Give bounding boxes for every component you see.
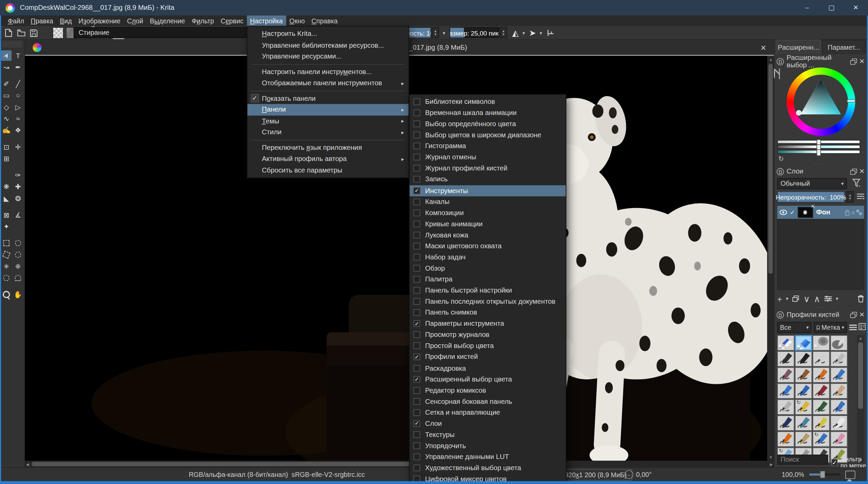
tool-ellipse-icon[interactable]: ○	[13, 90, 23, 101]
panels-submenu-item[interactable]: Маски цветового охвата	[410, 240, 566, 252]
tool-freehand-path-icon[interactable]: ≈	[13, 113, 23, 124]
tool-bezier-select-icon[interactable]	[1, 273, 12, 283]
panels-submenu-item[interactable]: Выбор цветов в широком диапазоне	[410, 130, 566, 141]
panels-submenu-item[interactable]: Гистограмма	[410, 141, 566, 152]
float-docker-icon[interactable]	[850, 59, 856, 64]
panels-submenu-item[interactable]: Просмотр журналов	[410, 329, 566, 340]
tool-magnetic-select-icon[interactable]	[13, 273, 23, 283]
brush-preset-25[interactable]	[777, 431, 795, 447]
close-docker-icon[interactable]: ✕	[859, 167, 865, 175]
panels-submenu-item[interactable]: ✓Профили кистей	[410, 351, 566, 363]
panels-submenu-item[interactable]: Простой выбор цвета	[410, 340, 566, 351]
menu-item[interactable]: Стили▸	[247, 126, 409, 138]
size-spinner[interactable]: ▴▾	[500, 27, 507, 38]
blend-mode-select[interactable]: Обычный ▾	[777, 178, 847, 189]
panel-checkbox[interactable]	[413, 398, 420, 405]
brush-preset-11[interactable]	[812, 367, 830, 383]
panel-checkbox[interactable]	[413, 343, 420, 349]
panel-checkbox[interactable]	[413, 232, 420, 238]
panel-checkbox[interactable]	[413, 254, 420, 260]
maximize-button[interactable]: ▢	[819, 0, 844, 16]
panels-submenu-item[interactable]: Текстуры	[410, 429, 566, 440]
menubar-item-Настройка[interactable]: Настройка	[247, 16, 286, 26]
tool-polygon-select-icon[interactable]	[1, 249, 12, 260]
layer-properties-button[interactable]	[824, 295, 832, 302]
brush-preset-19[interactable]	[812, 399, 830, 415]
tool-move-icon[interactable]: ✛	[13, 142, 23, 152]
menu-item[interactable]: Темы▸	[247, 115, 409, 127]
panels-submenu-item[interactable]: Луковая кожа	[410, 229, 566, 240]
brush-preset-15[interactable]	[812, 383, 830, 399]
mirror-vertical-dropdown-icon[interactable]: ▾	[521, 28, 526, 38]
tool-enclose-fill-icon[interactable]: ❂	[13, 193, 23, 204]
lock-icon[interactable]	[777, 58, 784, 65]
docker-grip[interactable]: ······	[775, 306, 867, 309]
panels-submenu-item[interactable]: Каналы	[410, 196, 566, 207]
toolbox-handle[interactable]	[2, 41, 22, 48]
docker-tab-Парамет...[interactable]: Парамет...	[822, 40, 866, 54]
menu-item[interactable]: Переключить язык приложения	[247, 142, 409, 153]
tool-select-shapes-icon[interactable]: ➤	[1, 50, 12, 61]
tool-polyline-icon[interactable]: ▷	[13, 102, 23, 112]
brush-preset-17[interactable]	[777, 399, 795, 415]
scroll-left-icon[interactable]: ◀	[26, 462, 29, 467]
brush-preset-20[interactable]	[830, 399, 848, 415]
scroll-up-icon[interactable]: ▲	[769, 57, 773, 61]
panel-checkbox[interactable]	[413, 298, 420, 305]
panels-submenu-item[interactable]: Выбор определённого цвета	[410, 118, 566, 130]
open-document-icon[interactable]	[16, 28, 26, 38]
layer-opacity-spinner[interactable]: ▴▾	[846, 191, 853, 203]
pattern-swatch[interactable]	[52, 27, 64, 39]
duplicate-layer-button[interactable]	[792, 295, 799, 302]
panel-checkbox[interactable]	[413, 143, 420, 149]
menu-item[interactable]: ✓Показать панели	[247, 93, 409, 104]
tool-freehand-select-icon[interactable]	[13, 249, 23, 260]
layer-row-background[interactable]: ✓ ⇱ Фон α	[777, 206, 864, 219]
tool-pan-icon[interactable]: ✋	[13, 289, 23, 300]
tool-calligraphy-icon[interactable]: ✒	[13, 62, 23, 72]
panel-checkbox[interactable]	[413, 442, 420, 449]
menu-item[interactable]: Сбросить все параметры	[247, 164, 409, 176]
close-docker-icon[interactable]: ✕	[859, 57, 865, 65]
tool-text-icon[interactable]: T	[13, 50, 23, 61]
brush-preset-6[interactable]	[795, 351, 812, 367]
menu-item[interactable]: Настроить Krita...	[247, 28, 409, 40]
panel-checkbox[interactable]	[413, 165, 420, 172]
panel-checkbox[interactable]	[413, 176, 420, 183]
brush-preset-12[interactable]	[830, 367, 848, 383]
brush-preset-24[interactable]	[830, 415, 848, 431]
layer-filter-icon[interactable]	[852, 178, 862, 190]
layer-options-icon[interactable]	[856, 192, 865, 202]
panel-checkbox[interactable]	[413, 454, 420, 460]
tool-measure-icon[interactable]: ∡	[13, 210, 23, 220]
menu-item[interactable]: Отображаемые панели инструментов▸	[247, 77, 409, 89]
move-layer-up-button[interactable]: ∧	[814, 293, 820, 304]
menubar-item-Правка[interactable]: Правка	[27, 16, 57, 26]
value-bar-3[interactable]	[777, 150, 860, 154]
panels-submenu-item[interactable]: Журнал отмены	[410, 152, 566, 163]
brush-filter-select[interactable]: Все ▾	[777, 322, 811, 333]
brush-preset-27[interactable]: ↻	[812, 431, 830, 447]
tool-transform-icon[interactable]: ⊡	[1, 142, 12, 152]
panel-checkbox[interactable]	[413, 209, 420, 216]
value-bar-2[interactable]	[777, 145, 860, 148]
panel-checkbox[interactable]	[413, 365, 420, 371]
brush-preset-7[interactable]	[812, 351, 830, 367]
lock-icon[interactable]	[777, 311, 784, 318]
tool-line-icon[interactable]: ╱	[13, 78, 23, 89]
document-close-icon[interactable]: ✕	[758, 43, 768, 52]
menu-item[interactable]: Настроить панели инструментов...	[247, 66, 409, 77]
brush-preset-13[interactable]	[777, 383, 795, 399]
layer-visibility-icon[interactable]	[779, 207, 787, 217]
panel-checkbox[interactable]	[413, 110, 420, 116]
tool-freehand-brush-icon[interactable]: ✐	[1, 78, 12, 89]
properties-dropdown-icon[interactable]: ▾	[836, 296, 838, 301]
float-docker-icon[interactable]	[850, 312, 856, 317]
docker-grip[interactable]: ······	[775, 163, 867, 166]
panels-submenu-item[interactable]: Сетка и направляющие	[410, 407, 566, 418]
add-layer-dropdown-icon[interactable]: ▾	[786, 296, 788, 301]
panel-checkbox[interactable]	[413, 387, 420, 394]
brush-search-input[interactable]: Поиск	[777, 455, 828, 464]
tool-pattern-edit-icon[interactable]: ❋	[1, 181, 12, 192]
panel-checkbox[interactable]: ✓	[413, 420, 420, 427]
